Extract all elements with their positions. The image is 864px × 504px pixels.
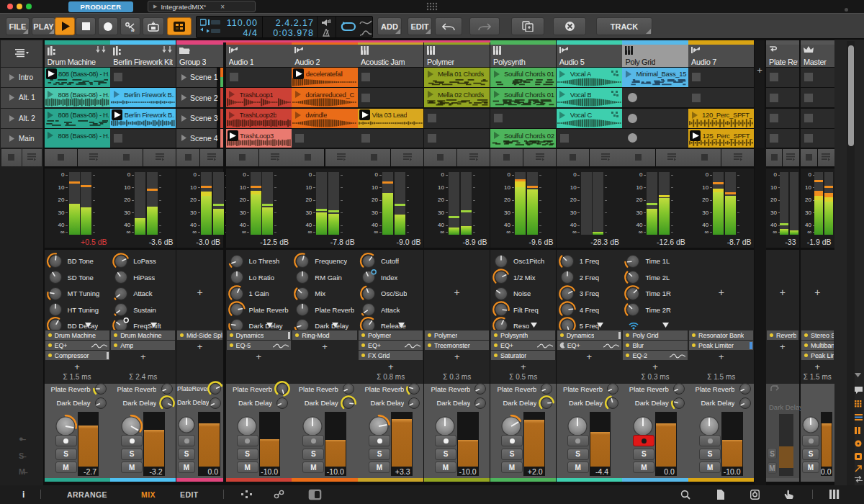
svg-text:w: w — [130, 28, 135, 32]
